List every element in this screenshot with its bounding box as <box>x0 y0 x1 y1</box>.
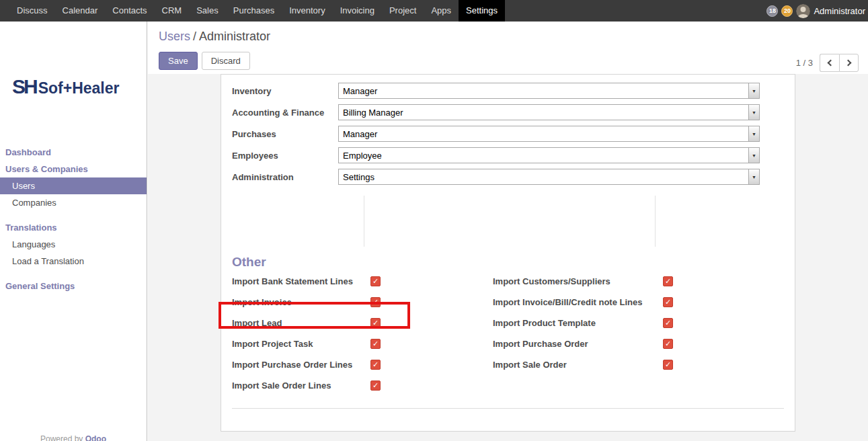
powered-by-text: Powered by <box>40 434 83 441</box>
menu-apps[interactable]: Apps <box>424 0 459 22</box>
dropdown-arrow-icon: ▼ <box>748 105 759 120</box>
breadcrumb-separator: / <box>190 30 199 43</box>
field-label: Accounting & Finance <box>232 104 338 120</box>
discard-button[interactable]: Discard <box>202 52 250 70</box>
sidebar-item-users-companies[interactable]: Users & Companies <box>0 161 147 177</box>
row-import-product-template: Import Product Template ✓ <box>493 313 784 333</box>
user-avatar[interactable] <box>796 4 810 18</box>
empty-group-area <box>232 196 784 247</box>
row-import-purchase-order-lines: Import Purchase Order Lines ✓ <box>232 354 493 375</box>
save-button[interactable]: Save <box>159 52 198 70</box>
sidebar-item-translations[interactable]: Translations <box>0 219 147 236</box>
menu-calendar[interactable]: Calendar <box>55 0 106 22</box>
row-import-project-task: Import Project Task ✓ <box>232 333 493 354</box>
select-value: Settings <box>339 172 748 182</box>
menu-sales[interactable]: Sales <box>189 0 226 22</box>
import-options-right-column: Import Customers/Suppliers ✓ Import Invo… <box>493 271 784 396</box>
administration-select[interactable]: Settings ▼ <box>338 169 760 185</box>
checkbox-import-customers-suppliers[interactable]: ✓ <box>663 276 673 286</box>
row-import-lead: Import Lead ✓ <box>232 313 493 333</box>
dropdown-arrow-icon: ▼ <box>748 148 759 163</box>
accounting-finance-select[interactable]: Billing Manager ▼ <box>338 104 760 120</box>
user-menu[interactable]: Administrator <box>814 6 865 16</box>
checkbox-import-sale-order[interactable]: ✓ <box>663 360 673 370</box>
top-navbar: Discuss Calendar Contacts CRM Sales Purc… <box>0 0 868 22</box>
menu-invoicing[interactable]: Invoicing <box>333 0 382 22</box>
sidebar-item-languages[interactable]: Languages <box>0 236 147 253</box>
field-label: Employees <box>232 147 338 163</box>
row-import-purchase-order: Import Purchase Order ✓ <box>493 333 784 354</box>
row-import-invoice: Import Invoice ✓ <box>232 292 493 313</box>
field-row-administration: Administration Settings ▼ <box>232 169 784 185</box>
menu-discuss[interactable]: Discuss <box>9 0 55 22</box>
menu-inventory[interactable]: Inventory <box>282 0 332 22</box>
field-label: Purchases <box>232 126 338 142</box>
checkbox-import-product-template[interactable]: ✓ <box>663 318 673 328</box>
checkbox-import-purchase-order-lines[interactable]: ✓ <box>370 360 381 370</box>
checkbox-import-lead[interactable]: ✓ <box>370 318 381 328</box>
pager-buttons <box>820 54 859 72</box>
menu-contacts[interactable]: Contacts <box>105 0 154 22</box>
sidebar-nav: Dashboard Users & Companies Users Compan… <box>0 144 147 294</box>
chevron-left-icon <box>828 60 834 67</box>
sidebar-item-general-settings[interactable]: General Settings <box>0 278 147 294</box>
checkbox-import-sale-order-lines[interactable]: ✓ <box>370 380 381 391</box>
breadcrumb-current: Administrator <box>199 30 270 43</box>
employees-select[interactable]: Employee ▼ <box>338 147 760 163</box>
powered-by: Powered by Odoo <box>0 434 147 441</box>
messages-badge[interactable]: 18 <box>766 5 778 17</box>
field-label: Inventory <box>232 83 338 99</box>
menu-crm[interactable]: CRM <box>155 0 190 22</box>
activities-badge[interactable]: 20 <box>781 5 793 17</box>
column-separator <box>655 196 656 247</box>
main-area: Users/Administrator Save Discard 1 / 3 I… <box>148 22 868 441</box>
dropdown-arrow-icon: ▼ <box>748 126 759 141</box>
checkbox-import-project-task[interactable]: ✓ <box>370 339 381 349</box>
row-import-sale-order-lines: Import Sale Order Lines ✓ <box>232 375 493 396</box>
checkbox-import-invoice-bill-credit-note-lines[interactable]: ✓ <box>663 297 673 307</box>
logo-text: Sof+Healer <box>38 79 120 97</box>
inventory-select[interactable]: Manager ▼ <box>338 83 760 99</box>
dropdown-arrow-icon: ▼ <box>748 83 759 98</box>
user-avatar-icon <box>796 4 810 18</box>
field-row-purchases: Purchases Manager ▼ <box>232 126 784 142</box>
select-value: Manager <box>339 129 748 139</box>
menu-purchases[interactable]: Purchases <box>226 0 282 22</box>
row-import-invoice-bill-credit-note-lines: Import Invoice/Bill/Credit note Lines ✓ <box>493 292 784 313</box>
pager: 1 / 3 <box>796 54 859 72</box>
breadcrumb-users-link[interactable]: Users <box>159 30 190 43</box>
dropdown-arrow-icon: ▼ <box>748 169 759 184</box>
odoo-link[interactable]: Odoo <box>85 434 106 441</box>
sidebar: SHSof+Healer Dashboard Users & Companies… <box>0 22 147 441</box>
pager-next-button[interactable] <box>839 54 859 72</box>
row-import-bank-statement-lines: Import Bank Statement Lines ✓ <box>232 271 493 292</box>
pager-count: 1 / 3 <box>796 58 813 68</box>
sidebar-item-users[interactable]: Users <box>0 177 147 194</box>
topbar-right-cluster: 18 20 Administrator <box>766 0 868 22</box>
select-value: Manager <box>339 86 748 96</box>
select-value: Billing Manager <box>339 108 748 118</box>
sidebar-item-dashboard[interactable]: Dashboard <box>0 144 147 161</box>
control-buttons: Save Discard <box>159 52 868 70</box>
form-content: Inventory Manager ▼ Accounting & Finance… <box>148 74 868 441</box>
sidebar-item-companies[interactable]: Companies <box>0 194 147 211</box>
pager-previous-button[interactable] <box>820 54 839 72</box>
chevron-right-icon <box>844 60 851 67</box>
field-row-employees: Employees Employee ▼ <box>232 147 784 163</box>
checkbox-import-invoice[interactable]: ✓ <box>370 297 381 307</box>
field-row-accounting: Accounting & Finance Billing Manager ▼ <box>232 104 784 120</box>
sheet-divider <box>232 408 784 409</box>
checkbox-import-bank-statement-lines[interactable]: ✓ <box>370 276 381 286</box>
menu-project[interactable]: Project <box>382 0 424 22</box>
select-value: Employee <box>339 151 748 161</box>
logo-mark: SH <box>12 75 36 97</box>
import-options: Import Bank Statement Lines ✓ Import Inv… <box>232 271 784 396</box>
other-section-title: Other <box>232 255 784 270</box>
sidebar-item-load-translation[interactable]: Load a Translation <box>0 253 147 270</box>
field-row-inventory: Inventory Manager ▼ <box>232 83 784 99</box>
checkbox-import-purchase-order[interactable]: ✓ <box>663 339 673 349</box>
row-import-sale-order: Import Sale Order ✓ <box>493 354 784 375</box>
purchases-select[interactable]: Manager ▼ <box>338 126 760 142</box>
menu-settings[interactable]: Settings <box>459 0 505 22</box>
softhealer-logo: SHSof+Healer <box>12 75 147 98</box>
